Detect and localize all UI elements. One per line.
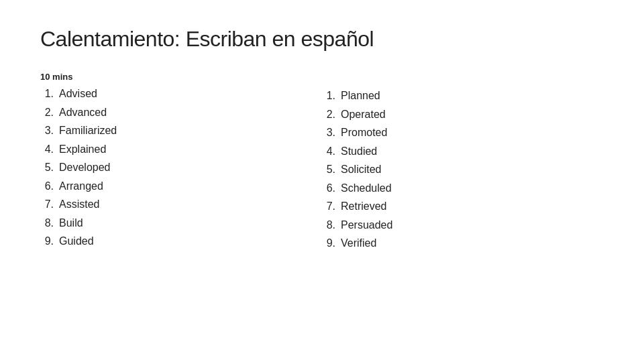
mins-label: 10 mins <box>40 72 322 82</box>
item-word: Developed <box>59 158 322 177</box>
item-number: 7. <box>40 195 54 214</box>
item-number: 5. <box>322 160 335 179</box>
item-number: 2. <box>40 103 54 122</box>
list-item: 7.Retrieved <box>322 197 604 216</box>
item-word: Arranged <box>59 177 322 196</box>
list-item: 5.Developed <box>40 158 322 177</box>
item-number: 6. <box>322 179 335 198</box>
item-number: 8. <box>40 214 54 233</box>
list-item: 5.Solicited <box>322 160 604 179</box>
item-number: 5. <box>40 158 54 177</box>
item-word: Advanced <box>59 103 322 122</box>
list-item: 3.Promoted <box>322 123 604 142</box>
right-column: 1.Planned2.Operated3.Promoted4.Studied5.… <box>322 72 604 253</box>
list-item: 6.Arranged <box>40 177 322 196</box>
page: Calentamiento: Escriban en español 10 mi… <box>0 0 644 362</box>
item-number: 9. <box>322 234 335 253</box>
content-area: 10 mins 1.Advised2.Advanced3.Familiarize… <box>40 72 604 253</box>
item-number: 4. <box>40 140 54 159</box>
item-number: 6. <box>40 177 54 196</box>
item-number: 3. <box>322 123 335 142</box>
right-list: 1.Planned2.Operated3.Promoted4.Studied5.… <box>322 86 604 253</box>
item-word: Persuaded <box>341 216 604 235</box>
item-word: Familiarized <box>59 121 322 140</box>
left-list: 1.Advised2.Advanced3.Familiarized4.Expla… <box>40 84 322 251</box>
list-item: 2.Advanced <box>40 103 322 122</box>
list-item: 8.Persuaded <box>322 216 604 235</box>
page-title: Calentamiento: Escriban en español <box>40 27 604 52</box>
item-word: Planned <box>341 86 604 105</box>
list-item: 1.Advised <box>40 84 322 103</box>
item-word: Verified <box>341 234 604 253</box>
item-word: Solicited <box>341 160 604 179</box>
list-item: 4.Studied <box>322 142 604 161</box>
list-item: 8.Build <box>40 214 322 233</box>
item-number: 8. <box>322 216 335 235</box>
item-word: Explained <box>59 140 322 159</box>
list-item: 4.Explained <box>40 140 322 159</box>
list-item: 6.Scheduled <box>322 179 604 198</box>
item-number: 2. <box>322 105 335 124</box>
item-word: Guided <box>59 232 322 251</box>
item-word: Advised <box>59 84 322 103</box>
item-word: Studied <box>341 142 604 161</box>
list-item: 1.Planned <box>322 86 604 105</box>
item-number: 3. <box>40 121 54 140</box>
item-word: Assisted <box>59 195 322 214</box>
item-word: Build <box>59 214 322 233</box>
list-item: 2.Operated <box>322 105 604 124</box>
item-word: Promoted <box>341 123 604 142</box>
item-number: 1. <box>322 86 335 105</box>
item-number: 1. <box>40 84 54 103</box>
list-item: 9.Verified <box>322 234 604 253</box>
item-word: Scheduled <box>341 179 604 198</box>
item-word: Operated <box>341 105 604 124</box>
item-number: 9. <box>40 232 54 251</box>
left-column: 10 mins 1.Advised2.Advanced3.Familiarize… <box>40 72 322 253</box>
list-item: 7.Assisted <box>40 195 322 214</box>
list-item: 3.Familiarized <box>40 121 322 140</box>
list-item: 9.Guided <box>40 232 322 251</box>
item-number: 4. <box>322 142 335 161</box>
item-word: Retrieved <box>341 197 604 216</box>
item-number: 7. <box>322 197 335 216</box>
